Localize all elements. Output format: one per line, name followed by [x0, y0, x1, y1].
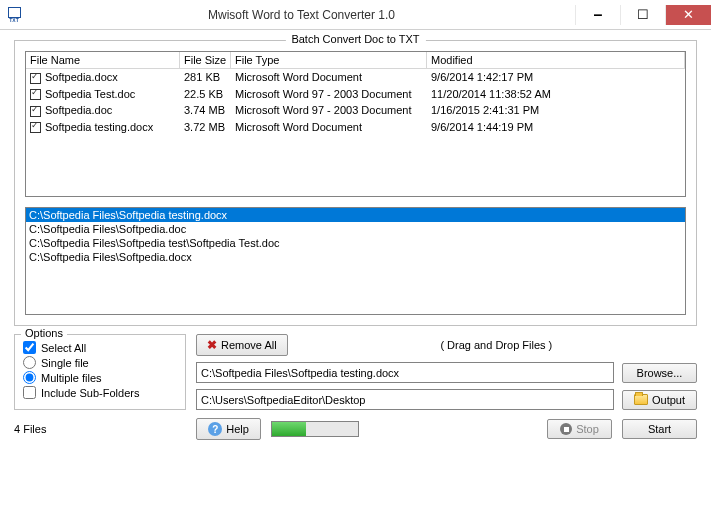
output-button[interactable]: Output: [622, 390, 697, 410]
table-header[interactable]: File Name File Size File Type Modified: [26, 52, 685, 69]
group-legend: Batch Convert Doc to TXT: [285, 33, 425, 45]
list-item[interactable]: C:\Softpedia Files\Softpedia.doc: [26, 222, 685, 236]
stop-icon: [560, 423, 572, 435]
help-label: Help: [226, 423, 249, 435]
list-item[interactable]: C:\Softpedia Files\Softpedia test\Softpe…: [26, 236, 685, 250]
options-legend: Options: [21, 327, 67, 339]
close-button[interactable]: ✕: [665, 5, 711, 25]
table-row[interactable]: Softpedia.docx281 KBMicrosoft Word Docum…: [26, 69, 685, 86]
single-file-label: Single file: [41, 357, 89, 369]
row-checkbox[interactable]: [30, 73, 41, 84]
list-item[interactable]: C:\Softpedia Files\Softpedia testing.doc…: [26, 208, 685, 222]
stop-label: Stop: [576, 423, 599, 435]
browse-label: Browse...: [637, 367, 683, 379]
title-bar[interactable]: TXT Mwisoft Word to Text Converter 1.0 –…: [0, 0, 711, 30]
include-subfolders-label: Include Sub-Folders: [41, 387, 139, 399]
multiple-files-label: Multiple files: [41, 372, 102, 384]
list-item[interactable]: C:\Softpedia Files\Softpedia.docx: [26, 250, 685, 264]
drag-drop-label: ( Drag and Drop Files ): [296, 339, 697, 351]
file-count-label: 4 Files: [14, 423, 186, 435]
maximize-button[interactable]: ☐: [620, 5, 665, 25]
include-subfolders-checkbox[interactable]: Include Sub-Folders: [23, 386, 177, 399]
stop-button[interactable]: Stop: [547, 419, 612, 439]
options-group: Options Select All Single file Multiple …: [14, 334, 186, 410]
input-path-field[interactable]: [196, 362, 614, 383]
minimize-button[interactable]: –: [575, 5, 620, 25]
file-table[interactable]: File Name File Size File Type Modified S…: [25, 51, 686, 197]
select-all-label: Select All: [41, 342, 86, 354]
help-icon: ?: [208, 422, 222, 436]
app-icon: TXT: [6, 7, 22, 23]
table-row[interactable]: Softpedia testing.docx3.72 MBMicrosoft W…: [26, 119, 685, 136]
folder-icon: [634, 394, 648, 405]
col-header-modified[interactable]: Modified: [427, 52, 685, 68]
start-button[interactable]: Start: [622, 419, 697, 439]
single-file-radio[interactable]: Single file: [23, 356, 177, 369]
browse-button[interactable]: Browse...: [622, 363, 697, 383]
path-list[interactable]: C:\Softpedia Files\Softpedia testing.doc…: [25, 207, 686, 315]
progress-bar: [271, 421, 359, 437]
progress-fill: [272, 422, 306, 436]
col-header-size[interactable]: File Size: [180, 52, 231, 68]
x-icon: ✖: [207, 338, 217, 352]
batch-convert-group: Batch Convert Doc to TXT File Name File …: [14, 40, 697, 326]
start-label: Start: [648, 423, 671, 435]
row-checkbox[interactable]: [30, 106, 41, 117]
remove-all-label: Remove All: [221, 339, 277, 351]
window-title: Mwisoft Word to Text Converter 1.0: [28, 8, 575, 22]
remove-all-button[interactable]: ✖ Remove All: [196, 334, 288, 356]
row-checkbox[interactable]: [30, 122, 41, 133]
help-button[interactable]: ? Help: [196, 418, 261, 440]
select-all-checkbox[interactable]: Select All: [23, 341, 177, 354]
col-header-name[interactable]: File Name: [26, 52, 180, 68]
output-path-field[interactable]: [196, 389, 614, 410]
row-checkbox[interactable]: [30, 89, 41, 100]
output-label: Output: [652, 394, 685, 406]
multiple-files-radio[interactable]: Multiple files: [23, 371, 177, 384]
col-header-type[interactable]: File Type: [231, 52, 427, 68]
table-row[interactable]: Softpedia Test.doc22.5 KBMicrosoft Word …: [26, 86, 685, 103]
table-row[interactable]: Softpedia.doc3.74 MBMicrosoft Word 97 - …: [26, 102, 685, 119]
